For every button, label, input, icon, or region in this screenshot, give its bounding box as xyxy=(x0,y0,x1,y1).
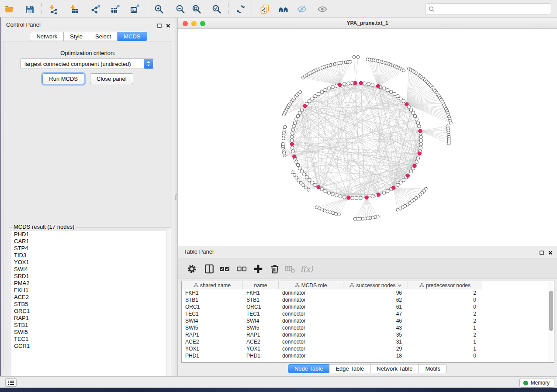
network-node[interactable] xyxy=(302,184,305,187)
network-node[interactable] xyxy=(300,170,304,173)
network-node[interactable] xyxy=(290,135,294,139)
network-node[interactable] xyxy=(314,94,317,98)
hide-selected-button[interactable] xyxy=(296,3,308,15)
network-node-dominator[interactable] xyxy=(405,103,408,106)
network-node-dominator[interactable] xyxy=(317,186,320,189)
network-node[interactable] xyxy=(347,82,350,85)
tab-edge-table[interactable]: Edge Table xyxy=(329,364,370,373)
network-node[interactable] xyxy=(331,85,335,89)
network-node[interactable] xyxy=(343,196,346,199)
column-header-successor-nodes[interactable]: successor nodes xyxy=(343,281,408,289)
network-node[interactable] xyxy=(304,186,308,189)
scrollbar-thumb[interactable] xyxy=(549,291,553,331)
mcds-result-item[interactable]: SWI5 xyxy=(11,329,169,336)
network-node[interactable] xyxy=(402,179,405,182)
add-entry-button[interactable] xyxy=(253,264,263,274)
network-node[interactable] xyxy=(371,195,374,198)
mcds-result-item[interactable]: PMA2 xyxy=(11,280,169,287)
network-node[interactable] xyxy=(415,118,419,121)
float-panel-icon[interactable] xyxy=(540,249,544,257)
mcds-result-item[interactable]: STB5 xyxy=(11,301,169,308)
network-node[interactable] xyxy=(291,171,294,174)
network-node[interactable] xyxy=(359,196,362,200)
mcds-result-item[interactable]: RAP1 xyxy=(11,315,169,322)
network-node-dominator[interactable] xyxy=(293,155,296,158)
apply-function-button[interactable]: f(x) xyxy=(301,264,312,274)
network-node[interactable] xyxy=(335,84,338,88)
network-node-dominator[interactable] xyxy=(413,164,416,168)
network-node-dominator[interactable] xyxy=(392,186,395,189)
mcds-result-item[interactable]: TID3 xyxy=(11,252,169,259)
network-node[interactable] xyxy=(320,188,324,191)
network-node[interactable] xyxy=(298,111,301,115)
network-node[interactable] xyxy=(324,88,327,92)
close-panel-button[interactable]: Close panel xyxy=(90,73,133,84)
table-row[interactable]: FKH1FKH1dominator962 xyxy=(182,289,548,296)
table-row[interactable]: SWI4SWI4dominator462 xyxy=(182,317,548,324)
mcds-result-item[interactable]: SRD1 xyxy=(11,273,169,280)
network-node[interactable] xyxy=(412,111,415,115)
table-row[interactable]: ACE2ACE2connector311 xyxy=(182,338,548,345)
network-node[interactable] xyxy=(449,121,452,124)
network-node[interactable] xyxy=(409,108,413,111)
network-node[interactable] xyxy=(335,194,338,197)
network-node[interactable] xyxy=(299,90,302,93)
network-node[interactable] xyxy=(363,82,367,85)
run-mcds-button[interactable]: Run MCDS xyxy=(42,73,84,84)
table-row[interactable]: ORC1ORC1dominator610 xyxy=(182,303,548,310)
network-node[interactable] xyxy=(447,142,450,145)
network-node[interactable] xyxy=(295,118,298,121)
network-node[interactable] xyxy=(314,183,317,187)
network-node[interactable] xyxy=(308,179,311,182)
network-node[interactable] xyxy=(396,94,399,98)
network-node-dominator[interactable] xyxy=(347,196,350,199)
delete-entry-button[interactable] xyxy=(270,264,280,274)
network-node-dominator[interactable] xyxy=(376,84,380,88)
table-row[interactable]: PHD1PHD1dominator180 xyxy=(182,352,548,359)
network-node[interactable] xyxy=(419,135,423,139)
table-vertical-scrollbar[interactable] xyxy=(548,281,554,362)
import-table-button[interactable] xyxy=(68,3,80,15)
table-row[interactable]: STB1STB1dominator620 xyxy=(182,296,548,303)
network-node[interactable] xyxy=(415,160,419,164)
network-node[interactable] xyxy=(399,181,402,184)
network-node[interactable] xyxy=(291,128,295,131)
network-node[interactable] xyxy=(343,82,346,86)
network-node[interactable] xyxy=(339,195,342,198)
table-row[interactable]: RAP1RAP1dominator352 xyxy=(182,331,548,338)
network-node-dominator[interactable] xyxy=(353,81,357,85)
show-all-button[interactable] xyxy=(317,3,328,15)
search-input[interactable] xyxy=(437,6,551,12)
network-node[interactable] xyxy=(355,196,358,200)
network-node[interactable] xyxy=(327,191,331,195)
network-node[interactable] xyxy=(418,124,421,128)
table-row[interactable]: YOX1YOX1connector291 xyxy=(182,345,548,352)
zoom-in-button[interactable] xyxy=(153,3,165,15)
network-node[interactable] xyxy=(402,69,405,72)
network-node[interactable] xyxy=(284,125,287,128)
mcds-result-item[interactable]: PHD1 xyxy=(11,231,169,238)
task-history-button[interactable] xyxy=(5,378,17,387)
network-node[interactable] xyxy=(293,121,297,124)
network-node[interactable] xyxy=(291,132,294,135)
column-header-name[interactable]: name xyxy=(243,281,279,289)
network-node[interactable] xyxy=(296,163,300,167)
network-node[interactable] xyxy=(416,121,420,124)
network-node[interactable] xyxy=(315,206,318,209)
mcds-result-item[interactable]: STB1 xyxy=(11,322,169,329)
close-panel-icon[interactable] xyxy=(166,22,170,30)
network-node[interactable] xyxy=(396,208,399,211)
import-network-button[interactable] xyxy=(47,3,59,15)
network-node[interactable] xyxy=(349,60,352,63)
network-node[interactable] xyxy=(298,167,301,170)
first-neighbors-button[interactable] xyxy=(278,3,289,15)
network-window-titlebar[interactable]: YPA_prune.txt_1 xyxy=(178,18,557,29)
network-node[interactable] xyxy=(393,92,396,96)
tab-select[interactable]: Select xyxy=(89,32,118,41)
network-node[interactable] xyxy=(371,83,374,86)
network-node[interactable] xyxy=(297,179,300,182)
network-node-dominator[interactable] xyxy=(359,81,363,85)
network-node[interactable] xyxy=(353,217,356,220)
tab-style[interactable]: Style xyxy=(64,32,89,41)
network-node[interactable] xyxy=(331,193,335,196)
